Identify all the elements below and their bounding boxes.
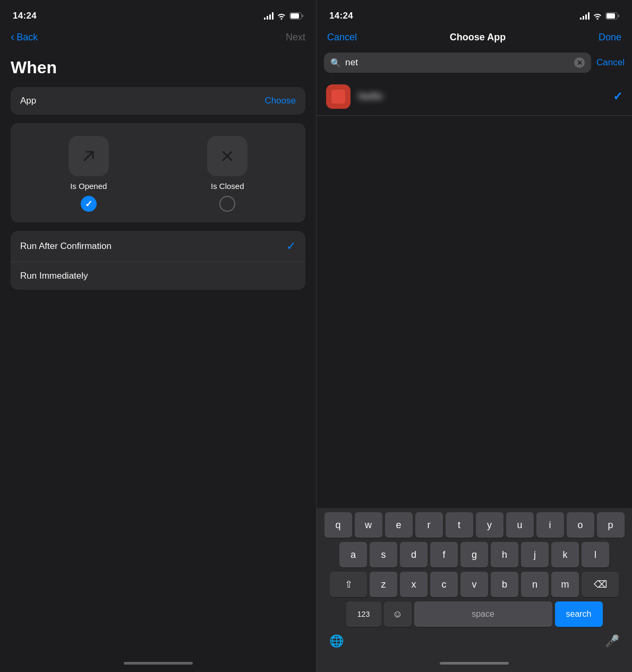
home-bar-left [124, 662, 193, 665]
battery-icon [289, 12, 303, 20]
time-left: 14:24 [13, 11, 37, 21]
status-bar-right: 14:24 [317, 0, 632, 28]
run-immediately-row[interactable]: Run Immediately [11, 262, 305, 290]
left-panel: 14:24 ‹ Back Next When [0, 0, 316, 672]
search-field[interactable]: 🔍 net ✕ [324, 53, 591, 73]
search-key[interactable]: search [555, 601, 603, 627]
key-q[interactable]: q [324, 512, 352, 538]
back-button[interactable]: ‹ Back [11, 32, 38, 43]
search-clear-button[interactable]: ✕ [574, 57, 585, 68]
delete-key[interactable]: ⌫ [582, 572, 619, 597]
key-c[interactable]: c [430, 572, 458, 597]
svg-rect-6 [607, 13, 615, 19]
app-row[interactable]: App Choose [11, 87, 305, 115]
cancel-nav-button[interactable]: Cancel [327, 32, 357, 43]
key-z[interactable]: z [370, 572, 397, 597]
key-w[interactable]: w [355, 512, 382, 538]
home-indicator-left [0, 657, 316, 672]
keyboard-row-2: a s d f g h j k l [319, 542, 630, 567]
app-choose-card: App Choose [11, 87, 305, 115]
is-opened-option[interactable]: Is Opened [69, 136, 109, 212]
key-d[interactable]: d [400, 542, 428, 567]
keyboard-row-1: q w e r t y u i o p [319, 512, 630, 538]
is-opened-icon-box [69, 136, 109, 176]
battery-icon-right [605, 12, 619, 20]
key-g[interactable]: g [460, 542, 488, 567]
app-label: App [20, 96, 36, 106]
is-closed-radio[interactable] [219, 196, 235, 212]
svg-rect-1 [291, 13, 299, 19]
done-button[interactable]: Done [599, 32, 621, 43]
wifi-icon-right [593, 12, 602, 20]
signal-icon-right [580, 12, 590, 20]
key-x[interactable]: x [400, 572, 428, 597]
key-e[interactable]: e [385, 512, 413, 538]
x-icon [218, 147, 237, 166]
nav-bar-right: Cancel Choose App Done [317, 28, 632, 48]
app-result-name: Netflix [358, 91, 605, 102]
right-panel: 14:24 Cancel Choose App Done 🔍 [316, 0, 632, 672]
globe-icon[interactable]: 🌐 [329, 634, 344, 648]
status-icons-right [580, 12, 619, 20]
search-bar-row: 🔍 net ✕ Cancel [317, 48, 632, 78]
choose-app-title: Choose App [450, 32, 506, 43]
key-k[interactable]: k [551, 542, 579, 567]
run-after-label: Run After Confirmation [20, 241, 112, 252]
key-a[interactable]: a [339, 542, 367, 567]
app-selected-check-icon: ✓ [613, 90, 622, 104]
key-b[interactable]: b [491, 572, 518, 597]
is-opened-radio[interactable] [81, 196, 97, 212]
run-settings-card: Run After Confirmation ✓ Run Immediately [11, 231, 305, 290]
signal-icon [264, 12, 274, 20]
time-right: 14:24 [329, 11, 353, 21]
status-icons-left [264, 12, 303, 20]
key-h[interactable]: h [491, 542, 518, 567]
key-j[interactable]: j [521, 542, 549, 567]
netflix-icon-inner [331, 90, 345, 104]
empty-results-area [317, 116, 632, 508]
key-i[interactable]: i [536, 512, 564, 538]
key-r[interactable]: r [415, 512, 443, 538]
home-bar-right [440, 662, 509, 665]
back-chevron-icon: ‹ [11, 31, 14, 43]
next-button[interactable]: Next [286, 32, 305, 43]
search-input-value[interactable]: net [345, 57, 570, 68]
key-n[interactable]: n [521, 572, 549, 597]
key-s[interactable]: s [370, 542, 397, 567]
keyboard-row-3: ⇧ z x c v b n m ⌫ [319, 572, 630, 597]
choose-button[interactable]: Choose [264, 96, 296, 106]
when-title: When [11, 58, 305, 77]
trigger-options-card: Is Opened Is Closed [11, 123, 305, 222]
key-l[interactable]: l [582, 542, 609, 567]
key-o[interactable]: o [567, 512, 594, 538]
app-result-row[interactable]: Netflix ✓ [317, 78, 632, 116]
shift-key[interactable]: ⇧ [330, 572, 367, 597]
mic-icon[interactable]: 🎤 [605, 634, 619, 648]
search-cancel-button[interactable]: Cancel [596, 57, 625, 68]
is-closed-icon-box [207, 136, 247, 176]
arrow-up-right-icon [79, 147, 98, 166]
status-bar-left: 14:24 [0, 0, 316, 28]
nav-bar-left: ‹ Back Next [0, 28, 316, 48]
key-y[interactable]: y [476, 512, 503, 538]
keyboard: q w e r t y u i o p a s d f g h j k l ⇧ … [317, 508, 632, 657]
netflix-icon [326, 84, 351, 109]
home-indicator-right [317, 657, 632, 672]
keyboard-row-4: 123 ☺ space search [319, 601, 630, 627]
back-label: Back [16, 32, 38, 43]
emoji-key[interactable]: ☺ [384, 601, 412, 627]
key-u[interactable]: u [506, 512, 534, 538]
numbers-key[interactable]: 123 [346, 601, 381, 627]
space-key[interactable]: space [414, 601, 552, 627]
key-v[interactable]: v [460, 572, 488, 597]
key-f[interactable]: f [430, 542, 458, 567]
wifi-icon [277, 12, 286, 20]
svg-line-2 [84, 152, 93, 160]
run-after-check-icon: ✓ [286, 239, 296, 253]
key-p[interactable]: p [597, 512, 625, 538]
key-m[interactable]: m [551, 572, 579, 597]
run-after-row[interactable]: Run After Confirmation ✓ [11, 231, 305, 262]
is-closed-label: Is Closed [211, 182, 244, 191]
is-closed-option[interactable]: Is Closed [207, 136, 247, 212]
key-t[interactable]: t [446, 512, 473, 538]
